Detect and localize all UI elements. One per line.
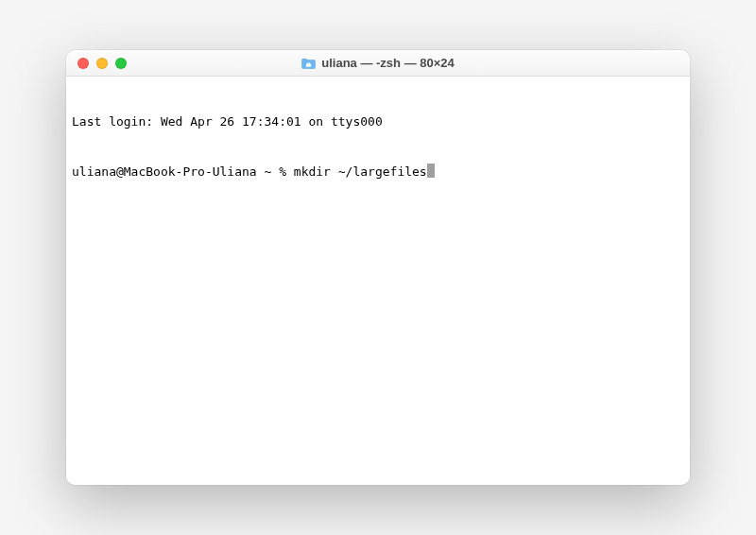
last-login-line: Last login: Wed Apr 26 17:34:01 on ttys0… [72, 113, 684, 130]
minimize-button[interactable] [96, 58, 108, 69]
terminal-content[interactable]: Last login: Wed Apr 26 17:34:01 on ttys0… [66, 77, 690, 485]
text-cursor [427, 164, 435, 178]
traffic-lights [66, 58, 127, 69]
maximize-button[interactable] [115, 58, 127, 69]
prompt-line: uliana@MacBook-Pro-Uliana ~ % mkdir ~/la… [72, 164, 684, 181]
window-title-wrap: uliana — -zsh — 80×24 [66, 56, 690, 70]
folder-home-icon [301, 57, 316, 69]
typed-command: mkdir ~/largefiles [294, 164, 427, 181]
window-title: uliana — -zsh — 80×24 [321, 56, 455, 70]
terminal-window: uliana — -zsh — 80×24 Last login: Wed Ap… [66, 50, 690, 485]
window-titlebar: uliana — -zsh — 80×24 [66, 50, 690, 77]
close-button[interactable] [77, 58, 89, 69]
shell-prompt: uliana@MacBook-Pro-Uliana ~ % [72, 164, 294, 181]
